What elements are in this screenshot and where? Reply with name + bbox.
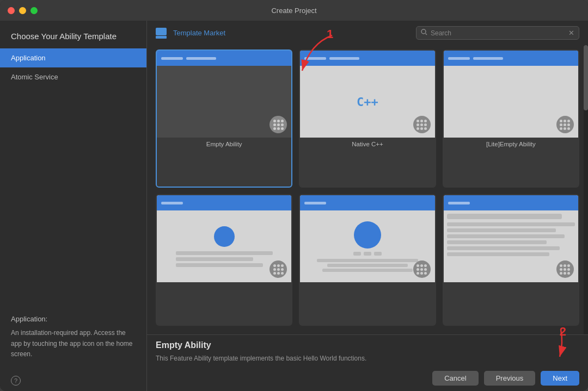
card-label-native-cpp: Native C++ (300, 138, 434, 152)
badge-5 (413, 260, 431, 278)
templates-grid: Empty Ability C++ (147, 45, 588, 334)
sidebar-item-application[interactable]: Application (0, 48, 146, 67)
sidebar-description: Application: An installation-required ap… (0, 305, 146, 370)
template-market-label: Template Market (173, 29, 409, 37)
close-button[interactable] (8, 7, 15, 14)
badge-cpp (413, 116, 431, 133)
template-card-6[interactable] (443, 194, 579, 326)
desc-title: Application: (11, 314, 136, 325)
sidebar-item-atomic-service[interactable]: Atomic Service (0, 67, 146, 86)
card-label-lite-empty-ability: [Lite]Empty Ability (444, 138, 578, 152)
card-label-empty-ability: Empty Ability (157, 138, 291, 152)
thumb-5 (300, 195, 434, 282)
sidebar-footer: ? (0, 370, 146, 391)
window-title: Create Project (271, 7, 316, 15)
card-label-4 (157, 282, 291, 290)
template-card-5[interactable] (299, 194, 436, 326)
template-card-4[interactable] (156, 194, 292, 326)
next-button[interactable]: Next (541, 371, 579, 386)
previous-button[interactable]: Previous (484, 371, 536, 386)
card-label-6 (444, 282, 578, 290)
thumb-empty-ability (157, 51, 291, 138)
bottom-bar: Cancel Previous Next (147, 367, 588, 391)
template-card-lite-empty-ability[interactable]: [Lite]Empty Ability (443, 49, 579, 188)
svg-line-3 (426, 34, 427, 35)
main-header: Template Market ✕ (147, 21, 588, 45)
badge-empty-ability (270, 116, 287, 133)
thumb-circle-4 (214, 226, 235, 247)
badge-6 (556, 260, 574, 278)
main-content: Empty Ability C++ (147, 45, 588, 334)
svg-rect-0 (156, 28, 167, 35)
search-box[interactable]: ✕ (416, 26, 579, 40)
template-market-icon (156, 28, 167, 39)
scrollbar-track (584, 45, 588, 334)
card-label-5 (300, 282, 434, 290)
title-bar: Create Project (0, 0, 588, 21)
traffic-lights (8, 7, 38, 14)
scrollbar-thumb[interactable] (584, 45, 588, 110)
sidebar: Choose Your Ability Template Application… (0, 21, 147, 391)
desc-text: An installation-required app. Access the… (11, 328, 136, 359)
thumb-circle-lg (354, 221, 381, 249)
sidebar-heading: Choose Your Ability Template (0, 21, 146, 48)
svg-rect-1 (156, 36, 167, 39)
search-icon (421, 29, 427, 37)
help-icon[interactable]: ? (11, 376, 21, 386)
template-card-native-cpp[interactable]: C++ Native C++ (299, 49, 436, 188)
thumb-6 (444, 195, 578, 282)
thumb-lite-empty-ability (444, 51, 578, 138)
cancel-button[interactable]: Cancel (432, 371, 478, 386)
main-panel: Template Market ✕ (147, 21, 588, 391)
search-clear-icon[interactable]: ✕ (568, 29, 574, 37)
template-card-empty-ability[interactable]: Empty Ability (156, 49, 292, 188)
badge-4 (270, 260, 287, 278)
selected-template-title: Empty Ability (156, 340, 579, 350)
search-input[interactable] (431, 29, 565, 37)
badge-lite (556, 116, 574, 133)
svg-point-2 (421, 29, 426, 34)
info-panel: Empty Ability This Feature Ability templ… (147, 334, 588, 367)
selected-template-desc: This Feature Ability template implements… (156, 353, 428, 363)
thumb-native-cpp: C++ (300, 51, 434, 138)
main-window: Create Project Choose Your Ability Templ… (0, 0, 588, 391)
content-area: Choose Your Ability Template Application… (0, 21, 588, 391)
cpp-icon: C++ (357, 95, 378, 109)
maximize-button[interactable] (30, 7, 38, 14)
minimize-button[interactable] (19, 7, 26, 14)
thumb-4 (157, 195, 291, 282)
